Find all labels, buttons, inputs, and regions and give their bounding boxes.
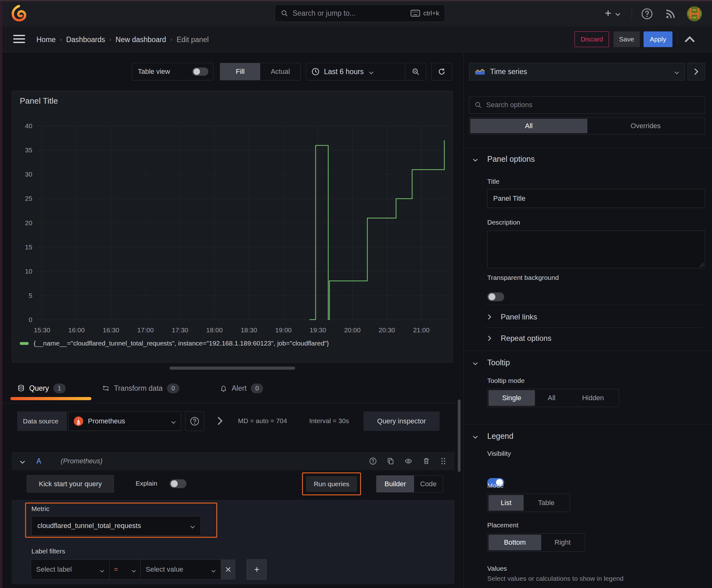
tab-all[interactable]: All (470, 119, 587, 133)
placement-bottom-option[interactable]: Bottom (489, 534, 541, 550)
mode-table-option[interactable]: Table (524, 495, 569, 511)
placement-right-option[interactable]: Right (541, 534, 584, 550)
window-edge-left (0, 0, 2, 588)
time-range-picker[interactable]: Last 6 hours (306, 63, 426, 80)
metric-select[interactable]: cloudflared_tunnel_total_requests (31, 516, 201, 536)
panel-links-row[interactable]: Panel links (486, 310, 705, 324)
breadcrumb-new-dashboard[interactable]: New dashboard (115, 36, 166, 44)
svg-text:5: 5 (28, 292, 33, 299)
breadcrumb-dashboards[interactable]: Dashboards (66, 36, 105, 44)
legend-heading: Legend (487, 432, 513, 441)
legend-label[interactable]: {__name__="cloudflared_tunnel_total_requ… (34, 339, 329, 347)
legend-header[interactable]: Legend (473, 430, 513, 442)
operator-dropdown[interactable]: = (109, 560, 141, 580)
global-search-box[interactable]: Search or jump to... ctrl+k (275, 4, 445, 22)
query-ref-id[interactable]: A (37, 457, 41, 465)
visualization-name: Time series (490, 67, 674, 76)
discard-button[interactable]: Discard (575, 31, 609, 47)
tooltip-heading: Tooltip (487, 358, 510, 367)
options-search-placeholder: Search options (486, 101, 533, 109)
window-edge-top (0, 0, 712, 1)
fill-option[interactable]: Fill (220, 63, 260, 80)
news-rss-icon[interactable] (665, 8, 676, 19)
transparent-bg-toggle[interactable] (487, 292, 504, 301)
grafana-edit-panel-screen: Search or jump to... ctrl+k (0, 0, 712, 588)
drag-handle-icon[interactable] (440, 457, 447, 465)
table-view-toggle[interactable] (192, 67, 208, 76)
svg-text:16:30: 16:30 (103, 327, 119, 334)
timeseries-chart[interactable]: 051015202530354015:3016:0016:3017:0017:3… (15, 116, 451, 336)
grafana-logo-icon[interactable] (11, 5, 27, 21)
tab-overrides[interactable]: Overrides (587, 119, 704, 133)
visualization-picker[interactable]: Time series (469, 63, 685, 80)
expand-stats-icon[interactable] (217, 417, 223, 425)
keyboard-icon (411, 10, 420, 17)
help-button[interactable] (641, 8, 653, 20)
chevron-down-icon (473, 158, 478, 161)
save-button[interactable]: Save (613, 31, 640, 47)
query-help-icon[interactable] (369, 457, 377, 465)
panel-options-header[interactable]: Panel options (473, 153, 535, 165)
tab-query[interactable]: Query 1 (17, 382, 66, 395)
query-inspector-button[interactable]: Query inspector (364, 412, 439, 431)
metric-label: Metric (31, 505, 49, 512)
datasource-picker[interactable]: Prometheus (68, 412, 181, 431)
horizontal-scrollbar[interactable] (170, 366, 295, 370)
refresh-button[interactable] (431, 63, 452, 80)
svg-text:16:00: 16:00 (68, 327, 84, 334)
breadcrumb-home[interactable]: Home (37, 36, 56, 44)
options-tabs: All Overrides (469, 118, 705, 134)
select-label-dropdown[interactable]: Select label (31, 560, 110, 580)
delete-query-icon[interactable] (423, 457, 430, 465)
menu-toggle-button[interactable] (13, 34, 25, 44)
repeat-options-row[interactable]: Repeat options (486, 331, 705, 345)
collapse-options-icon[interactable] (684, 35, 695, 43)
apply-button[interactable]: Apply (644, 31, 672, 47)
svg-text:0: 0 (28, 316, 33, 323)
panel-links-label: Panel links (501, 313, 537, 321)
user-avatar[interactable] (687, 6, 702, 21)
svg-text:30: 30 (25, 171, 33, 178)
panel-title[interactable]: Panel Title (20, 96, 58, 106)
resize-handle-icon[interactable] (699, 262, 704, 267)
legend-mode-label: Mode (487, 482, 504, 489)
kickstart-button[interactable]: Kick start your query (27, 475, 114, 492)
tooltip-header[interactable]: Tooltip (473, 357, 510, 368)
expand-viz-picker-button[interactable] (688, 63, 705, 80)
explain-toggle[interactable] (170, 479, 187, 488)
section-border (464, 351, 712, 351)
remove-filter-button[interactable] (221, 560, 235, 580)
options-search-box[interactable]: Search options (469, 96, 705, 114)
chevron-down-icon[interactable] (20, 460, 25, 463)
datasource-help-button[interactable] (185, 412, 204, 431)
description-textarea[interactable] (487, 231, 705, 268)
section-border (464, 148, 712, 148)
panel-title-input[interactable] (487, 189, 705, 208)
actual-option[interactable]: Actual (260, 63, 300, 80)
builder-option[interactable]: Builder (376, 476, 414, 492)
svg-text:18:00: 18:00 (206, 327, 222, 334)
run-queries-button[interactable]: Run queries (306, 477, 357, 491)
mode-list-option[interactable]: List (489, 495, 524, 511)
tooltip-hidden-option[interactable]: Hidden (568, 390, 618, 406)
select-value-dropdown[interactable]: Select value (140, 560, 221, 580)
svg-text:15:30: 15:30 (34, 327, 50, 334)
row-divider (486, 327, 705, 328)
vertical-scrollbar[interactable] (458, 400, 460, 472)
zoom-out-button[interactable] (405, 63, 426, 80)
code-option[interactable]: Code (414, 476, 443, 492)
tab-alert-label: Alert (232, 384, 246, 393)
svg-text:15: 15 (25, 244, 33, 251)
duplicate-query-icon[interactable] (387, 457, 394, 465)
tooltip-all-option[interactable]: All (535, 390, 568, 406)
new-menu-button[interactable] (604, 7, 627, 19)
toggle-visibility-icon[interactable] (404, 457, 412, 465)
query-row-header[interactable]: A (Prometheus) (12, 452, 455, 470)
tab-alert[interactable]: Alert 0 (220, 382, 263, 395)
svg-text:19:30: 19:30 (309, 327, 326, 334)
breadcrumb: Home › Dashboards › New dashboard › Edit… (37, 35, 209, 45)
tab-transform-data[interactable]: Transform data 0 (102, 382, 179, 395)
legend-row[interactable]: {__name__="cloudflared_tunnel_total_requ… (20, 339, 329, 348)
add-filter-button[interactable] (247, 560, 266, 580)
tooltip-single-option[interactable]: Single (489, 390, 535, 406)
